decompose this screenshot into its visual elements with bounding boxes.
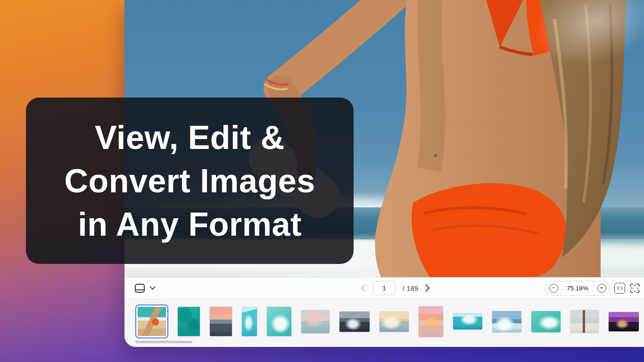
filmstrip-thumbnail[interactable] <box>453 313 483 330</box>
chevron-left-icon <box>361 284 366 292</box>
chevron-right-icon <box>425 284 430 292</box>
previous-page-button[interactable] <box>361 284 366 292</box>
headline-line-1: View, Edit & <box>95 119 285 156</box>
filmstrip-thumbnail[interactable] <box>418 306 444 337</box>
thumbnail-image <box>609 312 639 331</box>
filmstrip-thumbnail-selected[interactable] <box>135 304 168 338</box>
headline-line-2: Convert Images <box>64 163 315 199</box>
filmstrip-thumbnail[interactable] <box>266 306 292 337</box>
minus-circle-icon: − <box>549 284 558 293</box>
fit-to-window-button[interactable] <box>629 283 640 294</box>
zoom-control-pill: − 75.18% + <box>545 281 610 296</box>
thumbnail-strip-view-icon <box>135 284 145 293</box>
marketing-canvas: / 189 − 75.18% + 1:1 <box>0 0 644 362</box>
filmstrip-thumbnail[interactable] <box>531 311 561 333</box>
thumbnail-image <box>267 307 291 336</box>
thumbnail-image <box>419 306 443 337</box>
headline-line-3: in Any Format <box>78 206 302 243</box>
thumbnail-image <box>178 307 200 336</box>
filmstrip-thumbnail[interactable] <box>177 306 200 337</box>
thumbnail-image <box>210 307 232 336</box>
zoom-out-button[interactable]: − <box>545 281 561 295</box>
thumbnail-image <box>380 312 409 332</box>
thumbnail-image <box>570 310 599 333</box>
filmstrip-thumbnail[interactable] <box>209 306 232 337</box>
zoom-in-button[interactable]: + <box>594 281 610 295</box>
chevron-down-icon <box>149 286 156 290</box>
fit-to-screen-icon <box>629 283 640 294</box>
viewer-toolbar: / 189 − 75.18% + 1:1 <box>124 277 644 299</box>
actual-size-label: 1:1 <box>617 286 622 290</box>
thumbnail-image <box>138 307 166 336</box>
filmstrip-thumbnail[interactable] <box>301 310 330 334</box>
actual-size-button[interactable]: 1:1 <box>614 283 625 294</box>
thumbnail-image <box>492 311 521 332</box>
thumbnail-image <box>301 310 330 333</box>
filmstrip-thumbnail[interactable] <box>492 311 522 333</box>
headline-text: View, Edit & Convert Images in Any Forma… <box>64 116 315 246</box>
thumbnail-row <box>135 301 644 342</box>
filmstrip-thumbnail[interactable] <box>241 306 257 337</box>
thumbnail-image <box>531 311 561 332</box>
horizontal-scrollbar[interactable] <box>135 341 192 343</box>
filmstrip-thumbnail[interactable] <box>608 312 639 332</box>
thumbnail-image <box>453 313 482 329</box>
page-total-label: / 189 <box>403 284 418 292</box>
zoom-level: 75.18% <box>561 281 594 295</box>
filmstrip-thumbnail[interactable] <box>339 311 370 332</box>
view-mode-button[interactable] <box>135 284 156 293</box>
filmstrip <box>124 299 644 347</box>
filmstrip-thumbnail[interactable] <box>570 310 599 333</box>
next-page-button[interactable] <box>425 284 430 292</box>
plus-circle-icon: + <box>597 284 606 293</box>
page-number-input[interactable] <box>373 281 396 295</box>
thumbnail-image <box>242 307 257 336</box>
filmstrip-thumbnail[interactable] <box>379 311 409 332</box>
headline-card: View, Edit & Convert Images in Any Forma… <box>26 98 354 264</box>
thumbnail-image <box>339 312 370 332</box>
zoom-controls: − 75.18% + 1:1 <box>545 281 644 296</box>
pagination: / 189 <box>361 278 430 298</box>
